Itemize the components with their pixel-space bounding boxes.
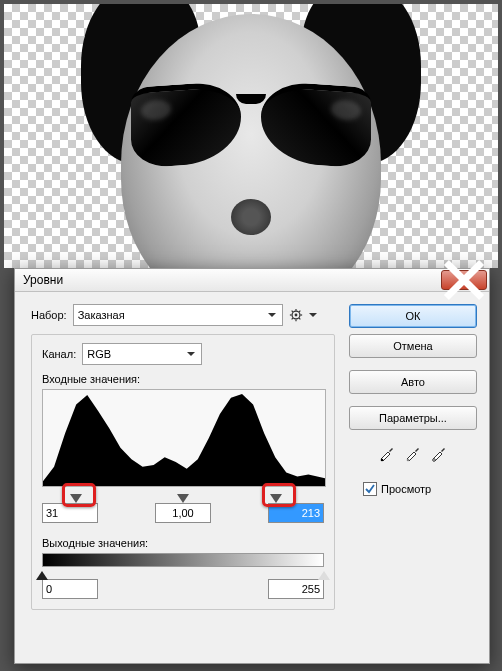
- canvas-transparency-bg: [4, 4, 498, 268]
- svg-line-7: [299, 318, 300, 319]
- svg-point-11: [407, 459, 410, 462]
- output-shadow-field[interactable]: [42, 579, 98, 599]
- gear-icon: [289, 308, 303, 322]
- preset-menu-arrow-icon: [309, 313, 317, 321]
- cancel-button-label: Отмена: [393, 340, 432, 352]
- shadow-slider-handle[interactable]: [70, 494, 82, 503]
- close-button[interactable]: [441, 270, 487, 290]
- svg-line-6: [291, 311, 292, 312]
- preset-value: Заказная: [78, 309, 125, 321]
- levels-fieldset: Канал: RGB Входные значения:: [31, 334, 335, 610]
- preset-combo[interactable]: Заказная: [73, 304, 283, 326]
- histogram[interactable]: [42, 389, 326, 487]
- eyedropper-icon: [430, 444, 448, 462]
- preview-checkbox[interactable]: [363, 482, 377, 496]
- output-shadow-handle[interactable]: [36, 565, 48, 580]
- output-highlight-field[interactable]: [268, 579, 324, 599]
- preset-label: Набор:: [31, 309, 67, 321]
- midtone-slider-handle[interactable]: [177, 494, 189, 503]
- output-gradient-track[interactable]: [42, 553, 324, 567]
- channel-value: RGB: [87, 348, 111, 360]
- input-levels-label: Входные значения:: [42, 373, 324, 385]
- highlight-slider-handle[interactable]: [270, 494, 282, 503]
- channel-label: Канал:: [42, 348, 76, 360]
- svg-point-12: [433, 459, 436, 462]
- eyedropper-icon: [404, 444, 422, 462]
- ok-button-label: ОК: [406, 310, 421, 322]
- svg-line-9: [299, 311, 300, 312]
- eyedropper-black-button[interactable]: [378, 444, 396, 462]
- auto-button[interactable]: Авто: [349, 370, 477, 394]
- channel-combo[interactable]: RGB: [82, 343, 202, 365]
- svg-line-8: [291, 318, 292, 319]
- close-icon: [442, 258, 486, 302]
- eyedropper-white-button[interactable]: [430, 444, 448, 462]
- auto-button-label: Авто: [401, 376, 425, 388]
- options-button-label: Параметры...: [379, 412, 447, 424]
- histogram-plot: [43, 390, 325, 486]
- preset-menu-button[interactable]: [289, 308, 303, 322]
- output-highlight-handle[interactable]: [318, 565, 330, 580]
- options-button[interactable]: Параметры...: [349, 406, 477, 430]
- output-levels-label: Выходные значения:: [42, 537, 324, 549]
- levels-dialog: Уровни Набор: Заказная Канал: RGB: [14, 268, 490, 664]
- preview-label: Просмотр: [381, 483, 431, 495]
- input-slider-track[interactable]: [42, 487, 324, 491]
- input-midtone-field[interactable]: [155, 503, 211, 523]
- svg-point-1: [294, 314, 297, 317]
- cancel-button[interactable]: Отмена: [349, 334, 477, 358]
- eyedropper-gray-button[interactable]: [404, 444, 422, 462]
- check-icon: [365, 484, 375, 494]
- svg-point-10: [381, 459, 384, 462]
- input-shadow-field[interactable]: [42, 503, 98, 523]
- photo-subject: [61, 4, 441, 268]
- input-highlight-field[interactable]: [268, 503, 324, 523]
- dialog-titlebar[interactable]: Уровни: [15, 269, 489, 292]
- eyedropper-icon: [378, 444, 396, 462]
- dialog-title: Уровни: [23, 273, 441, 287]
- ok-button[interactable]: ОК: [349, 304, 477, 328]
